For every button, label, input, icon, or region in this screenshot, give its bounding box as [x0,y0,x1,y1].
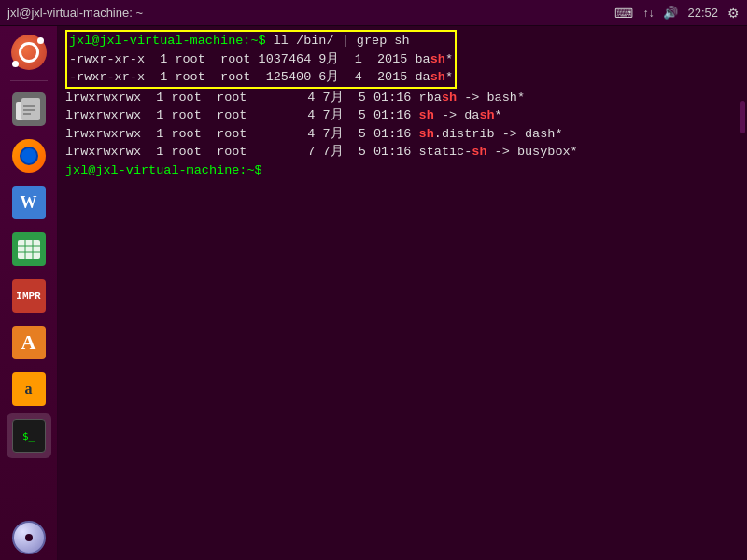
terminal-window[interactable]: jxl@jxl-virtual-machine:~$ ll /bin/ | gr… [58,26,747,560]
table-row: -rwxr-xr-x 1 root root 1037464 9月 1 2015… [69,50,453,69]
highlight-region: jxl@jxl-virtual-machine:~$ ll /bin/ | gr… [65,30,457,89]
permissions: -rwxr-xr-x [69,68,145,87]
sidebar-item-amazon[interactable]: a [7,367,51,412]
top-bar: jxl@jxl-virtual-machine: ~ ⌨ ↑↓ 🔊 22:52 … [0,0,747,26]
title-text: jxl@jxl-virtual-machine: ~ [7,6,143,20]
svg-rect-3 [23,109,35,111]
sidebar-item-terminal[interactable]: $_ [7,413,51,458]
sidebar-item-ubuntu[interactable] [7,30,51,75]
sidebar-item-texteditor[interactable]: A [7,320,51,365]
sidebar-item-firefox[interactable] [7,133,51,178]
sidebar: W IMPR A [0,26,58,560]
svg-rect-2 [23,105,35,107]
prompt: jxl@jxl-virtual-machine:~$ [69,32,274,50]
table-row: lrwxrwxrwx 1 root root 4 7月 5 01:16 sh.d… [65,125,740,144]
system-tray: ⌨ ↑↓ 🔊 22:52 ⚙ [614,6,740,21]
svg-rect-5 [18,240,40,259]
svg-rect-4 [23,113,31,115]
sidebar-item-calc[interactable] [7,227,51,272]
sidebar-item-impress[interactable]: IMPR [7,273,51,318]
scrollbar[interactable] [740,101,745,133]
table-row: lrwxrwxrwx 1 root root 7 7月 5 01:16 stat… [65,143,740,161]
table-row: lrwxrwxrwx 1 root root 4 7月 5 01:16 rbas… [65,89,740,107]
window-title: jxl@jxl-virtual-machine: ~ [7,6,143,20]
sidebar-divider-1 [10,80,48,81]
command-text: ll /bin/ | grep sh [274,32,410,50]
table-row: -rwxr-xr-x 1 root root 125400 6月 4 2015 … [69,68,453,87]
terminal-command-line: jxl@jxl-virtual-machine:~$ ll /bin/ | gr… [69,32,453,50]
terminal-prompt-line: jxl@jxl-virtual-machine:~$ [65,161,740,180]
prompt2: jxl@jxl-virtual-machine:~$ [65,161,270,180]
network-icon[interactable]: ↑↓ [642,7,654,20]
sidebar-item-files[interactable] [7,87,51,132]
permissions: -rwxr-xr-x [69,50,145,69]
sidebar-item-writer[interactable]: W [7,180,51,225]
clock: 22:52 [687,6,718,20]
table-row: lrwxrwxrwx 1 root root 4 7月 5 01:16 sh -… [65,106,740,125]
sidebar-item-dvd[interactable] [7,515,51,560]
settings-icon[interactable]: ⚙ [727,6,740,21]
main-layout: W IMPR A [0,26,747,560]
keyboard-icon[interactable]: ⌨ [614,6,633,21]
volume-icon[interactable]: 🔊 [663,6,678,20]
